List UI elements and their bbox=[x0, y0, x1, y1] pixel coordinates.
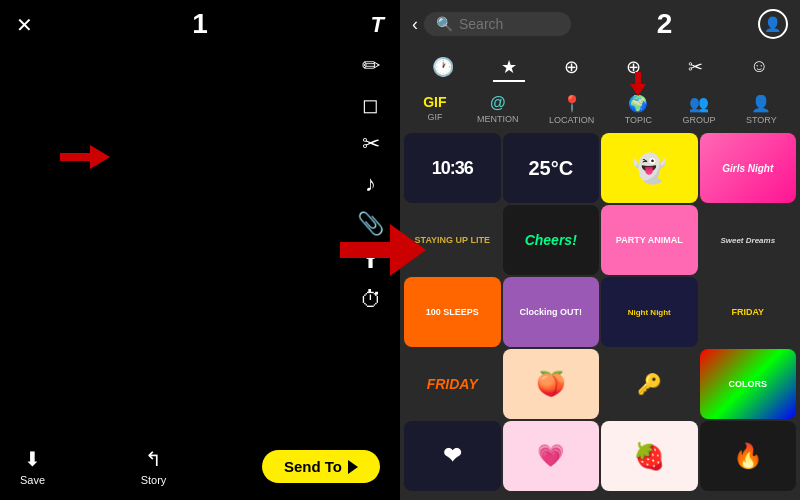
timer-icon[interactable]: ⏱ bbox=[360, 289, 382, 311]
sticker-cheers-text: Cheers! bbox=[525, 232, 577, 248]
mention-icon: @ bbox=[490, 94, 506, 112]
inline-arrow-head bbox=[90, 145, 110, 169]
category-location-label: LOCATION bbox=[549, 115, 594, 125]
search-icon: 🔍 bbox=[436, 16, 453, 32]
topic-icon: 🌍 bbox=[628, 94, 648, 113]
category-story-label: STORY bbox=[746, 115, 777, 125]
sticker-night-text: Night Night bbox=[628, 308, 671, 317]
right-panel: ‹ 🔍 2 👤 🕐 ★ ⊕ ⊕ ✂ ☺ GIF GIF @ MENTION 📍 bbox=[400, 0, 800, 500]
sticker-clocking-out[interactable]: Clocking OUT! bbox=[503, 277, 600, 347]
category-story[interactable]: 👤 STORY bbox=[746, 94, 777, 125]
center-arrow-body bbox=[340, 242, 390, 258]
sticker-key-text: 🔑 bbox=[637, 372, 662, 396]
sticker-temp-text: 25°C bbox=[528, 157, 573, 180]
sticker-clocking-text: Clocking OUT! bbox=[520, 307, 583, 317]
tab-emoji[interactable]: ☺ bbox=[742, 54, 776, 82]
sticker-fire[interactable]: 🔥 bbox=[700, 421, 797, 491]
tab-recent[interactable]: 🕐 bbox=[424, 54, 462, 82]
send-to-button[interactable]: Send To bbox=[262, 450, 380, 483]
category-mention[interactable]: @ MENTION bbox=[477, 94, 519, 125]
inline-arrow bbox=[60, 145, 110, 169]
sticker-friday1-text: FRIDAY bbox=[731, 307, 764, 317]
inline-arrow-body bbox=[60, 153, 90, 161]
sticker-peach[interactable]: 🍑 bbox=[503, 349, 600, 419]
save-icon: ⬇ bbox=[24, 447, 41, 471]
tab-add1[interactable]: ⊕ bbox=[556, 54, 587, 82]
category-topic[interactable]: 🌍 TOPIC bbox=[625, 94, 652, 125]
sticker-friday2-text: FRIDAY bbox=[427, 376, 478, 392]
category-group-label: GROUP bbox=[683, 115, 716, 125]
category-row: GIF GIF @ MENTION 📍 LOCATION 🌍 TOPIC 👥 G… bbox=[400, 88, 800, 129]
music-icon[interactable]: ♪ bbox=[365, 173, 376, 195]
center-arrow bbox=[340, 224, 426, 276]
center-arrow-head bbox=[390, 224, 426, 276]
sticker-temp[interactable]: 25°C bbox=[503, 133, 600, 203]
arrow-down-head bbox=[630, 84, 646, 96]
snapcode-ghost: 👻 bbox=[632, 152, 667, 185]
topic-down-arrow bbox=[630, 72, 646, 96]
sticker-pink-heart-text: 💗 bbox=[537, 443, 564, 469]
sticker-friday1[interactable]: FRIDAY bbox=[700, 277, 797, 347]
sticker-hearts-text: ❤ bbox=[443, 443, 461, 469]
sticker-100-text: 100 SLEEPS bbox=[426, 307, 479, 317]
arrow-down-body bbox=[635, 72, 641, 84]
category-topic-label: TOPIC bbox=[625, 115, 652, 125]
sticker-party-animal[interactable]: PARTY ANIMAL bbox=[601, 205, 698, 275]
sticker-time-text: 10:36 bbox=[432, 158, 473, 179]
tab-scissors[interactable]: ✂ bbox=[680, 54, 711, 82]
sticker-key[interactable]: 🔑 bbox=[601, 349, 698, 419]
sticker-fire-text: 🔥 bbox=[733, 442, 763, 470]
send-arrow-icon bbox=[348, 460, 358, 474]
search-bar: 🔍 bbox=[424, 12, 571, 36]
send-to-label: Send To bbox=[284, 458, 342, 475]
profile-button[interactable]: 👤 bbox=[758, 9, 788, 39]
category-gif[interactable]: GIF GIF bbox=[423, 94, 446, 125]
category-location[interactable]: 📍 LOCATION bbox=[549, 94, 594, 125]
category-mention-label: MENTION bbox=[477, 114, 519, 124]
panel-number-left: 1 bbox=[192, 8, 208, 40]
sticker-hearts[interactable]: ❤ bbox=[404, 421, 501, 491]
category-group[interactable]: 👥 GROUP bbox=[683, 94, 716, 125]
sticker-colorful[interactable]: COLORS bbox=[700, 349, 797, 419]
text-tool-icon[interactable]: T bbox=[371, 12, 384, 38]
left-bottom-bar: ⬇ Save ↰ Story Send To bbox=[0, 437, 400, 500]
sticker-sweet-text: Sweet Dreams bbox=[720, 236, 775, 245]
sticker-peach-text: 🍑 bbox=[536, 370, 566, 398]
location-icon: 📍 bbox=[562, 94, 582, 113]
close-icon[interactable]: ✕ bbox=[16, 13, 33, 37]
profile-icon: 👤 bbox=[764, 16, 781, 32]
tabs-row: 🕐 ★ ⊕ ⊕ ✂ ☺ bbox=[400, 48, 800, 88]
story-icon: ↰ bbox=[145, 447, 162, 471]
save-button[interactable]: ⬇ Save bbox=[20, 447, 45, 486]
search-input[interactable] bbox=[459, 16, 559, 32]
scissors-icon[interactable]: ✂ bbox=[362, 133, 380, 155]
sticker-cheers[interactable]: Cheers! bbox=[503, 205, 600, 275]
story-profile-icon: 👤 bbox=[751, 94, 771, 113]
sticker-night-night[interactable]: Night Night bbox=[601, 277, 698, 347]
story-label: Story bbox=[141, 474, 167, 486]
sticker-pink-heart[interactable]: 💗 bbox=[503, 421, 600, 491]
sticker-time[interactable]: 10:36 bbox=[404, 133, 501, 203]
search-area: ‹ 🔍 bbox=[412, 12, 571, 36]
sticker-friday2[interactable]: FRIDAY bbox=[404, 349, 501, 419]
story-button[interactable]: ↰ Story bbox=[141, 447, 167, 486]
tab-favorites[interactable]: ★ bbox=[493, 54, 525, 82]
right-top-bar: ‹ 🔍 2 👤 bbox=[400, 0, 800, 48]
sticker-strawberry[interactable]: 🍓 bbox=[601, 421, 698, 491]
sticker-100-sleeps[interactable]: 100 SLEEPS bbox=[404, 277, 501, 347]
panel-number-right: 2 bbox=[657, 8, 673, 40]
sticker-girls-night-text: Girls Night bbox=[722, 163, 773, 174]
group-icon: 👥 bbox=[689, 94, 709, 113]
sticker-girls-night[interactable]: Girls Night bbox=[700, 133, 797, 203]
sticker-colorful-text: COLORS bbox=[728, 379, 767, 389]
sticker-strawberry-text: 🍓 bbox=[633, 441, 665, 472]
sticker-party-text: PARTY ANIMAL bbox=[616, 235, 683, 245]
left-top-bar: ✕ 1 T bbox=[0, 0, 400, 50]
category-gif-label: GIF bbox=[427, 112, 442, 122]
sticker-sweet-dreams[interactable]: Sweet Dreams bbox=[700, 205, 797, 275]
back-button[interactable]: ‹ bbox=[412, 14, 418, 35]
sticker-icon[interactable]: ◻ bbox=[362, 95, 379, 115]
edit-icon[interactable]: ✏ bbox=[362, 55, 380, 77]
sticker-snapcode[interactable]: 👻 bbox=[601, 133, 698, 203]
save-label: Save bbox=[20, 474, 45, 486]
